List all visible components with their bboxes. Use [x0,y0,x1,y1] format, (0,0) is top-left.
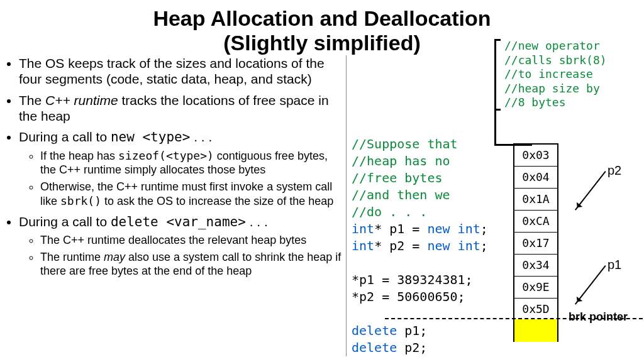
p1-label: p1 [608,258,621,272]
bullet-list: The OS keeps track of the sizes and loca… [5,55,346,356]
bullet-4b: The runtime may also use a system call t… [40,251,346,278]
heap-cell: 0x9E [514,277,557,299]
bullet-1: The OS keeps track of the sizes and loca… [19,55,346,87]
bullet-4: During a call to delete <var_name> . . .… [19,214,346,278]
heap-cell: 0x04 [514,167,557,189]
bullet-4a: The C++ runtime deallocates the relevant… [40,234,346,248]
title-line-1: Heap Allocation and Deallocation [0,6,644,31]
heap-cell: 0x5D [514,299,557,321]
heap-diagram: //new operator //calls sbrk(8) //to incr… [498,39,640,359]
bullet-2: The C++ runtime tracks the locations of … [19,92,346,124]
bracket-icon [494,39,501,111]
heap-cell: 0x1A [514,189,557,211]
sbrk-annotation: //new operator //calls sbrk(8) //to incr… [504,39,607,110]
brk-pointer-label: brk pointer [569,310,628,324]
heap-bytes-table: 0x03 0x04 0x1A 0xCA 0x17 0x34 0x9E 0x5D [513,143,558,322]
bullet-3: During a call to new <type> . . . If the… [19,129,346,209]
bullet-3a: If the heap has sizeof(<type>) contiguou… [40,149,346,177]
heap-cell: 0x17 [514,233,557,255]
heap-cell: 0x03 [514,145,557,167]
arrow-icon [575,171,606,211]
arrow-icon [575,265,606,305]
free-heap-region [513,319,558,342]
heap-cell: 0xCA [514,211,557,233]
heap-cell: 0x34 [514,255,557,277]
bracket-tail-icon [494,111,532,146]
p2-label: p2 [608,163,621,178]
bullet-3b: Otherwise, the C++ runtime must first in… [40,180,346,208]
